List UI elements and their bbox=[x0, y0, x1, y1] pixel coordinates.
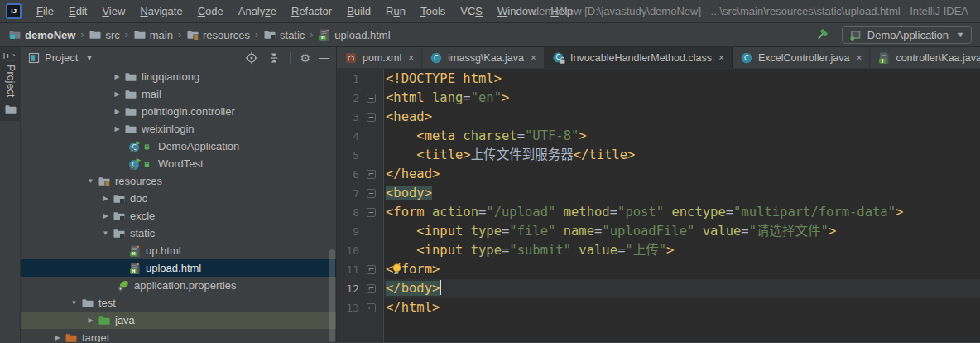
breadcrumb-item-resources[interactable]: resources bbox=[186, 28, 250, 41]
close-icon[interactable]: × bbox=[531, 52, 536, 64]
tree-item-weixinlogin[interactable]: ▶weixinlogin bbox=[21, 120, 336, 138]
collapse-arrow-icon[interactable]: ▼ bbox=[69, 299, 79, 307]
menu-item-refactor[interactable]: Refactor bbox=[284, 1, 339, 22]
tree-item-label: doc bbox=[130, 192, 147, 205]
tree-item-excle[interactable]: ▶excle bbox=[21, 207, 336, 225]
tree-item-wordtest[interactable]: CWordTest bbox=[21, 155, 336, 172]
line-number: 10 bbox=[337, 241, 362, 260]
expand-arrow-icon[interactable]: ▶ bbox=[52, 334, 63, 341]
project-tree-scrollbar[interactable] bbox=[329, 249, 335, 342]
menu-item-edit[interactable]: Edit bbox=[61, 1, 94, 22]
menu-item-tools[interactable]: Tools bbox=[413, 1, 453, 22]
menu-item-vcs[interactable]: VCS bbox=[453, 1, 490, 22]
tree-item-upload-html[interactable]: Hupload.html bbox=[21, 259, 336, 277]
fold-marker-end-icon[interactable]: ⌐ bbox=[367, 265, 376, 274]
menu-item-code[interactable]: Code bbox=[190, 1, 231, 22]
line-number: 2 bbox=[337, 89, 362, 108]
svg-text:J: J bbox=[882, 58, 884, 64]
menu-item-build[interactable]: Build bbox=[339, 1, 378, 22]
fold-marker-end-icon[interactable]: ⌐ bbox=[367, 284, 376, 293]
code-line-13: 13⌐</html> bbox=[337, 298, 980, 317]
breadcrumb-item-src[interactable]: src bbox=[89, 28, 119, 41]
class-locked-icon: C bbox=[552, 51, 565, 65]
tree-item-test[interactable]: ▼test bbox=[21, 294, 336, 312]
code-line-6: 6⌐</head> bbox=[337, 165, 980, 184]
tree-item-up-html[interactable]: Hup.html bbox=[21, 242, 336, 259]
tab-pom-xml[interactable]: pom.xml× bbox=[337, 47, 422, 68]
code-line-5: 5 <title>上传文件到服务器</title> bbox=[337, 146, 980, 165]
navigation-bar: demoNew›src›main›resources›static›Huploa… bbox=[0, 23, 980, 47]
tree-item-label: WordTest bbox=[158, 157, 204, 170]
breadcrumb-label: src bbox=[105, 29, 119, 41]
intellij-window: IJ FileEditViewNavigateCodeAnalyzeRefact… bbox=[0, 0, 980, 343]
close-icon[interactable]: × bbox=[856, 52, 862, 64]
breadcrumb-label: static bbox=[280, 29, 305, 41]
tree-item-lingqiantong[interactable]: ▶lingqiantong bbox=[21, 68, 336, 85]
tab-controller-kaa-java[interactable]: Jcontroller\Kaa.java× bbox=[870, 47, 980, 68]
code-editor[interactable]: 1<!DOCTYPE html>2−<html lang="en">3−<hea… bbox=[337, 69, 980, 342]
expand-arrow-icon[interactable]: ▶ bbox=[112, 108, 122, 115]
expand-arrow-icon[interactable]: ▶ bbox=[112, 125, 122, 133]
tree-item-label: application.properties bbox=[134, 279, 237, 292]
tab-imassg-kaa-java[interactable]: Cimassg\Kaa.java× bbox=[422, 47, 545, 68]
minus-icon[interactable]: — bbox=[319, 52, 329, 64]
breadcrumb-item-main[interactable]: main bbox=[133, 28, 173, 41]
folder-badge-icon bbox=[113, 192, 126, 205]
collapse-icon[interactable] bbox=[267, 51, 281, 65]
line-number: 8 bbox=[337, 203, 362, 222]
menu-item-analyze[interactable]: Analyze bbox=[231, 1, 284, 22]
fold-column: ⌐ bbox=[362, 279, 381, 298]
intention-bulb-icon[interactable] bbox=[392, 263, 402, 275]
navbar-toolbar: DemoApplication ▼ bbox=[815, 26, 972, 44]
close-icon[interactable]: × bbox=[718, 52, 724, 64]
target-icon[interactable] bbox=[245, 51, 258, 65]
close-icon[interactable]: × bbox=[408, 52, 414, 64]
menu-item-file[interactable]: File bbox=[29, 1, 61, 22]
tree-item-resources[interactable]: ▼resources bbox=[21, 172, 336, 190]
build-hammer-button[interactable] bbox=[815, 28, 829, 41]
menu-item-view[interactable]: View bbox=[94, 1, 132, 22]
chevron-down-icon[interactable]: ▼ bbox=[85, 54, 93, 62]
gear-icon[interactable]: ⚙ bbox=[300, 51, 310, 65]
folder-badge-icon bbox=[113, 227, 126, 240]
tree-item-pointlogin-controller[interactable]: ▶pointlogin.controller bbox=[21, 103, 336, 120]
fold-marker-end-icon[interactable]: ⌐ bbox=[367, 303, 376, 312]
breadcrumb-item-demonew[interactable]: demoNew bbox=[8, 28, 75, 41]
tab-label: pom.xml bbox=[363, 52, 401, 64]
fold-marker-end-icon[interactable]: ⌐ bbox=[367, 170, 376, 179]
run-configuration-select[interactable]: DemoApplication ▼ bbox=[842, 26, 972, 44]
tree-item-java[interactable]: ▶java bbox=[21, 312, 336, 329]
menu-item-run[interactable]: Run bbox=[378, 1, 413, 22]
tab-excelcontroller-java[interactable]: CExcelController.java× bbox=[733, 47, 870, 68]
tab-invocablehandlermethod-class[interactable]: CInvocableHandlerMethod.class× bbox=[545, 47, 733, 68]
folder-icon bbox=[124, 70, 137, 84]
project-stripe-button[interactable]: 1: Project bbox=[0, 47, 21, 121]
fold-column: ⌐ bbox=[362, 298, 381, 317]
tree-item-mail[interactable]: ▶mail bbox=[21, 85, 336, 103]
tree-item-label: resources bbox=[115, 175, 162, 187]
tree-item-demoapplication[interactable]: CDemoApplication bbox=[21, 138, 336, 155]
expand-arrow-icon[interactable]: ▶ bbox=[100, 212, 111, 220]
expand-arrow-icon[interactable]: ▶ bbox=[112, 90, 122, 98]
tree-item-static[interactable]: ▼static bbox=[21, 225, 336, 242]
fold-marker-start-icon[interactable]: − bbox=[367, 94, 376, 103]
ide-logo-icon: IJ bbox=[6, 3, 22, 19]
tree-item-application-properties[interactable]: application.properties bbox=[21, 277, 336, 294]
breadcrumb-item-upload-html[interactable]: Hupload.html bbox=[318, 28, 390, 41]
collapse-arrow-icon[interactable]: ▼ bbox=[85, 177, 96, 185]
menu-item-navigate[interactable]: Navigate bbox=[132, 1, 190, 22]
expand-arrow-icon[interactable]: ▶ bbox=[112, 73, 122, 80]
collapse-arrow-icon[interactable]: ▼ bbox=[100, 229, 111, 237]
tree-item-label: up.html bbox=[146, 244, 181, 257]
expand-arrow-icon[interactable]: ▶ bbox=[85, 316, 96, 324]
fold-marker-start-icon[interactable]: − bbox=[367, 189, 376, 198]
tree-item-label: DemoApplication bbox=[158, 140, 239, 152]
expand-arrow-icon[interactable]: ▶ bbox=[100, 195, 111, 202]
breadcrumb-item-static[interactable]: static bbox=[263, 28, 305, 41]
fold-marker-start-icon[interactable]: − bbox=[367, 208, 376, 217]
tree-item-target[interactable]: ▶target bbox=[21, 329, 336, 342]
code-line-12: 12⌐</body> bbox=[337, 279, 980, 298]
tree-item-doc[interactable]: ▶doc bbox=[21, 190, 336, 207]
code-text: <body> bbox=[381, 184, 432, 203]
fold-marker-start-icon[interactable]: − bbox=[367, 113, 376, 122]
